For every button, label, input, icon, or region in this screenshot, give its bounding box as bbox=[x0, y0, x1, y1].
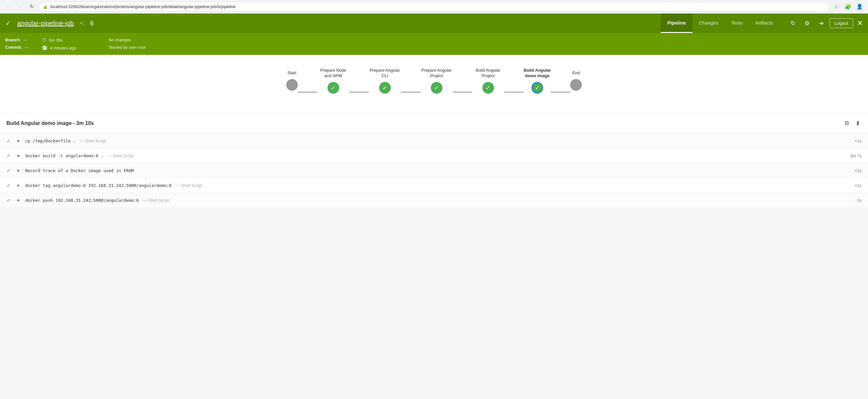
stage-prepare-cli-label: Prepare Angular CLI bbox=[369, 68, 401, 79]
stage-build-project-node: ✓ bbox=[483, 82, 494, 94]
duration-icon: ⏱ bbox=[42, 37, 46, 42]
stage-start-node bbox=[286, 79, 298, 91]
header-separator: < bbox=[80, 20, 84, 27]
connector-1 bbox=[298, 92, 317, 93]
log-entry-2-text: Record trace of a Docker image used in F… bbox=[25, 168, 845, 173]
status-check-icon: ✓ bbox=[5, 19, 11, 27]
address-icon: 🔒 bbox=[43, 4, 48, 9]
connector-3 bbox=[401, 92, 421, 93]
branch-label: Branch: bbox=[5, 37, 21, 42]
reload-button[interactable]: ↻ bbox=[27, 2, 36, 11]
started-value: Started by user root bbox=[108, 45, 145, 50]
stage-build-project-label: Build Angular Project bbox=[472, 68, 504, 79]
log-title: Build Angular demo image - 3m 10s bbox=[6, 120, 94, 126]
info-col-timing: ⏱ 5m 35s 🕐 4 minutes ago bbox=[42, 37, 76, 50]
log-entry-4[interactable]: ✓ ► docker push 192.168.31.242:5000/angu… bbox=[0, 193, 868, 208]
settings-button[interactable]: ⚙ bbox=[801, 18, 813, 29]
changes-value: No changes bbox=[108, 37, 131, 42]
log-entry-2-check: ✓ bbox=[6, 167, 13, 174]
stage-build-demo-node: ✓ bbox=[531, 82, 543, 94]
nav-changes[interactable]: Changes bbox=[692, 13, 725, 33]
log-section: Build Angular demo image - 3m 10s ⧉ ⬇ ✓ … bbox=[0, 113, 868, 208]
browser-actions: ☆ 🧩 👤 bbox=[832, 2, 864, 11]
info-col-meta: No changes Started by user root bbox=[108, 37, 145, 50]
log-entry-3[interactable]: ✓ ► docker tag angulardemo:6 192.168.31.… bbox=[0, 178, 868, 193]
forward-button[interactable]: → bbox=[16, 2, 25, 11]
header-actions: ↻ ⚙ ➔ Logout ✕ bbox=[787, 18, 863, 29]
commit-row: Commit: — bbox=[5, 45, 29, 50]
nav-pipeline[interactable]: Pipeline bbox=[661, 13, 692, 33]
stage-prepare-project[interactable]: Prepare Angular Project ✓ bbox=[421, 68, 453, 94]
star-button[interactable]: ☆ bbox=[832, 2, 841, 11]
log-entry-0-check: ✓ bbox=[6, 138, 13, 144]
stage-build-demo[interactable]: Build Angulardemo image ✓ bbox=[524, 68, 551, 94]
logout-button[interactable]: Logout bbox=[830, 19, 853, 28]
stage-prepare-node-label: Prepare Node and NPM bbox=[317, 68, 349, 79]
info-bar: Branch: — Commit: — ⏱ 5m 35s 🕐 4 minutes… bbox=[0, 33, 868, 55]
extension-button[interactable]: 🧩 bbox=[843, 2, 852, 11]
log-entry-4-text: docker push 192.168.31.242:5000/angulard… bbox=[25, 198, 845, 203]
commit-value: — bbox=[25, 45, 29, 50]
commit-label: Commit: bbox=[5, 45, 22, 50]
connector-2 bbox=[349, 92, 369, 93]
stage-prepare-cli-node: ✓ bbox=[379, 82, 391, 94]
log-entry-2-duration: <1s bbox=[849, 168, 862, 173]
branch-value: — bbox=[24, 37, 28, 42]
open-external-button[interactable]: ⧉ bbox=[843, 119, 850, 128]
log-entry-0-duration: <1s bbox=[849, 139, 862, 143]
back-button[interactable]: ← bbox=[4, 2, 13, 11]
changes-row: No changes bbox=[108, 37, 145, 42]
stage-end[interactable]: End bbox=[570, 70, 582, 91]
reload-run-button[interactable]: ↻ bbox=[787, 18, 799, 29]
log-entry-0-text: cp /tmp/Dockerfile . — Shell Script bbox=[25, 139, 845, 143]
log-entry-0[interactable]: ✓ ► cp /tmp/Dockerfile . — Shell Script … bbox=[0, 134, 868, 149]
time-value: 4 minutes ago bbox=[50, 45, 76, 50]
stage-build-demo-label: Build Angulardemo image bbox=[524, 68, 551, 79]
address-bar[interactable]: 🔒 localhost:32002/blue/organizations/jen… bbox=[39, 2, 829, 11]
log-entry-3-expand[interactable]: ► bbox=[17, 183, 21, 188]
log-entry-1-text: docker build -t angulardemo:6 . — Shell … bbox=[25, 153, 845, 158]
pipeline-stages: Start Prepare Node and NPM ✓ Prepare Ang… bbox=[286, 68, 582, 94]
log-entry-4-duration: 1s bbox=[849, 198, 862, 203]
log-entry-0-expand[interactable]: ► bbox=[17, 139, 21, 143]
stage-prepare-project-label: Prepare Angular Project bbox=[421, 68, 453, 79]
pipeline-area: Start Prepare Node and NPM ✓ Prepare Ang… bbox=[0, 55, 868, 113]
download-log-button[interactable]: ⬇ bbox=[854, 119, 862, 128]
log-entry-3-text: docker tag angulardemo:6 192.168.31.242:… bbox=[25, 183, 845, 188]
app-header: ✓ angular-pipeline-job < 6 Pipeline Chan… bbox=[0, 13, 868, 33]
browser-chrome: ← → ↻ 🔒 localhost:32002/blue/organizatio… bbox=[0, 0, 868, 13]
stage-prepare-project-node: ✓ bbox=[431, 82, 442, 94]
stage-prepare-cli[interactable]: Prepare Angular CLI ✓ bbox=[369, 68, 401, 94]
log-header-actions: ⧉ ⬇ bbox=[843, 119, 862, 128]
time-icon: 🕐 bbox=[42, 45, 48, 50]
log-entry-3-duration: <1s bbox=[849, 183, 862, 188]
job-title[interactable]: angular-pipeline-job bbox=[17, 20, 74, 27]
duration-row: ⏱ 5m 35s bbox=[42, 37, 76, 42]
started-row: Started by user root bbox=[108, 45, 145, 50]
log-entry-3-check: ✓ bbox=[6, 182, 13, 188]
header-nav: Pipeline Changes Tests Artifacts bbox=[661, 13, 779, 33]
exit-button[interactable]: ➔ bbox=[815, 18, 827, 29]
stage-start-label: Start bbox=[287, 70, 296, 76]
log-entry-4-check: ✓ bbox=[6, 197, 13, 203]
log-entry-1-duration: 3m 7s bbox=[849, 153, 862, 158]
connector-6 bbox=[551, 92, 570, 93]
log-entry-1-check: ✓ bbox=[6, 153, 13, 159]
log-entry-1[interactable]: ✓ ► docker build -t angulardemo:6 . — Sh… bbox=[0, 149, 868, 163]
stage-end-node bbox=[570, 79, 582, 91]
log-entry-1-expand[interactable]: ► bbox=[17, 153, 21, 158]
profile-button[interactable]: 👤 bbox=[855, 2, 864, 11]
close-button[interactable]: ✕ bbox=[857, 19, 863, 27]
log-entry-2[interactable]: ✓ ► Record trace of a Docker image used … bbox=[0, 163, 868, 178]
nav-artifacts[interactable]: Artifacts bbox=[749, 13, 779, 33]
connector-5 bbox=[504, 92, 524, 93]
stage-start[interactable]: Start bbox=[286, 70, 298, 91]
stage-prepare-node-node: ✓ bbox=[328, 82, 339, 94]
log-entry-4-expand[interactable]: ► bbox=[17, 198, 21, 203]
branch-row: Branch: — bbox=[5, 37, 29, 42]
stage-prepare-node[interactable]: Prepare Node and NPM ✓ bbox=[317, 68, 349, 94]
nav-tests[interactable]: Tests bbox=[725, 13, 749, 33]
log-entry-2-expand[interactable]: ► bbox=[17, 168, 21, 173]
log-entries: ✓ ► cp /tmp/Dockerfile . — Shell Script … bbox=[0, 134, 868, 208]
stage-build-project[interactable]: Build Angular Project ✓ bbox=[472, 68, 504, 94]
